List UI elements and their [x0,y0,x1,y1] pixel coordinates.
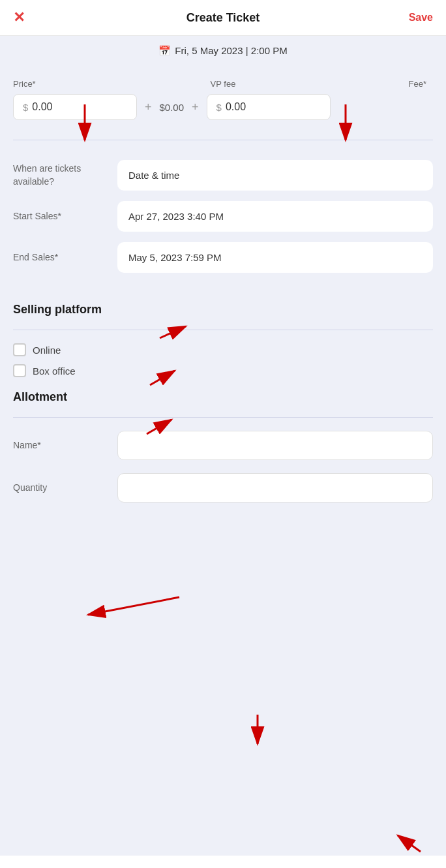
name-label: Name* [13,439,117,452]
box-office-checkbox[interactable] [13,364,26,377]
plus-sign-1: + [145,101,152,114]
header: ✕ Create Ticket Save [0,0,446,36]
name-input[interactable] [117,431,433,460]
fee-currency-symbol: $ [216,102,222,113]
vp-fee-label: VP fee [143,79,303,89]
price-currency-symbol: $ [23,102,28,113]
allotment-section: Allotment Name* Quantity [13,390,433,503]
allotment-heading: Allotment [13,390,433,404]
end-sales-label: End Sales* [13,251,117,264]
online-label: Online [33,345,61,356]
when-available-label: When are tickets available? [13,163,117,188]
box-office-checkbox-row: Box office [13,364,433,377]
close-button[interactable]: ✕ [13,10,25,25]
vp-fee-value: $0.00 [160,102,185,113]
selling-platform-section: Selling platform Online Box office [13,303,433,377]
save-button[interactable]: Save [409,12,433,23]
price-labels-row: Price* VP fee Fee* [13,79,433,89]
price-input[interactable] [32,101,127,113]
price-input-container: $ [13,94,137,120]
start-sales-row: Start Sales* Apr 27, 2023 3:40 PM [13,201,433,232]
divider-3 [13,417,433,418]
fee-input-container: $ [207,94,331,120]
page-wrapper: ✕ Create Ticket Save 📅Fri, 5 May 2023 | … [0,0,446,868]
calendar-icon: 📅 [158,45,171,56]
quantity-label: Quantity [13,482,117,495]
start-sales-selector[interactable]: Apr 27, 2023 3:40 PM [117,201,433,232]
fee-input[interactable] [226,101,321,113]
event-datetime: Fri, 5 May 2023 | 2:00 PM [175,45,287,56]
when-available-row: When are tickets available? Date & time [13,160,433,191]
online-checkbox[interactable] [13,343,26,356]
when-available-selector[interactable]: Date & time [117,160,433,191]
divider-2 [13,330,433,330]
plus-sign-2: + [192,101,199,114]
selling-platform-heading: Selling platform [13,303,433,317]
price-label: Price* [13,79,143,89]
main-content: Price* VP fee Fee* $ + $0.00 + $ [0,66,446,856]
online-checkbox-row: Online [13,343,433,356]
price-inputs-row: $ + $0.00 + $ [13,94,433,120]
end-sales-row: End Sales* May 5, 2023 7:59 PM [13,242,433,273]
quantity-row: Quantity [13,473,433,503]
start-sales-label: Start Sales* [13,210,117,223]
date-bar: 📅Fri, 5 May 2023 | 2:00 PM [0,36,446,66]
name-row: Name* [13,431,433,460]
price-section: Price* VP fee Fee* $ + $0.00 + $ [13,66,433,127]
fee-label: Fee* [303,79,433,89]
box-office-label: Box office [33,365,76,377]
page-title: Create Ticket [186,11,260,25]
end-sales-selector[interactable]: May 5, 2023 7:59 PM [117,242,433,273]
divider-1 [13,140,433,140]
quantity-input[interactable] [117,473,433,503]
availability-section: When are tickets available? Date & time … [13,153,433,290]
